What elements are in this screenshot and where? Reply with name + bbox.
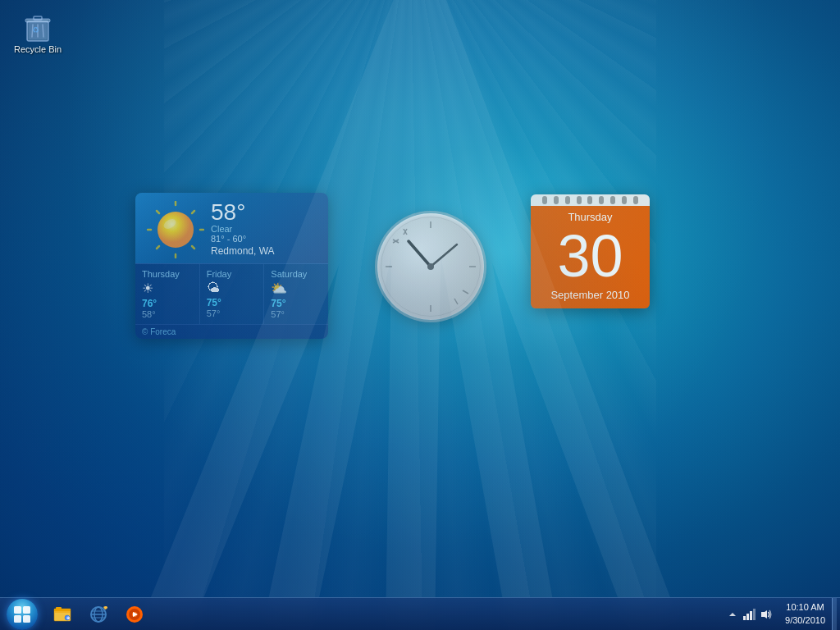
sun-icon: [147, 201, 204, 258]
weather-temperature: 58°: [211, 201, 317, 224]
calendar-date: 30: [531, 226, 650, 285]
windows-explorer-icon: ⊕: [52, 605, 72, 624]
forecast-thursday: Thursday ☀ 76° 58°: [135, 264, 200, 324]
svg-rect-60: [750, 611, 752, 620]
svg-line-35: [409, 241, 431, 267]
svg-point-37: [427, 263, 434, 270]
svg-line-30: [454, 299, 458, 304]
weather-range: 81° - 60°: [211, 234, 317, 244]
svg-rect-45: [56, 607, 62, 609]
weather-info: 58° Clear 81° - 60° Redmond, WA: [204, 201, 317, 257]
spiral-hole-7: [610, 196, 615, 204]
svg-line-5: [420, 0, 656, 630]
chevron-up-icon: [728, 610, 737, 619]
recycle-bin-icon[interactable]: ♻ Recycle Bin: [7, 7, 69, 58]
svg-line-29: [404, 229, 407, 235]
spiral-hole-4: [577, 196, 582, 204]
svg-line-34: [393, 240, 399, 243]
svg-line-4: [420, 0, 533, 630]
svg-line-36: [431, 244, 457, 267]
forecast-day-0: Thursday: [142, 269, 193, 279]
system-clock[interactable]: 10:10 AM 9/30/2010: [778, 598, 832, 631]
weather-location: Redmond, WA: [211, 245, 317, 257]
internet-explorer-icon: [89, 605, 108, 624]
svg-point-22: [158, 212, 194, 248]
svg-line-33: [404, 229, 407, 235]
svg-line-21: [157, 211, 159, 213]
svg-rect-59: [746, 614, 749, 620]
spiral-hole-3: [565, 196, 570, 204]
svg-rect-0: [0, 0, 840, 630]
clock-date: 9/30/2010: [785, 614, 825, 627]
weather-condition: Clear: [211, 224, 317, 234]
svg-rect-58: [743, 616, 746, 620]
svg-line-15: [192, 211, 194, 213]
svg-point-24: [162, 217, 178, 231]
svg-line-19: [157, 246, 159, 249]
taskbar-item-media[interactable]: [118, 600, 151, 629]
weather-forecast: Thursday ☀ 76° 58° Friday 🌤 75° 57° Satu…: [135, 263, 328, 324]
calendar-month-year: September 2010: [531, 285, 650, 308]
calendar-widget[interactable]: Thursday 30 September 2010: [531, 194, 650, 308]
forecast-day-1: Friday: [207, 269, 258, 279]
volume-status-icon: [759, 608, 772, 621]
svg-rect-6: [27, 21, 48, 41]
forecast-friday: Friday 🌤 75° 57°: [200, 264, 265, 324]
svg-rect-38: [14, 606, 21, 614]
calendar-date-area: 30: [531, 226, 650, 285]
spiral-hole-1: [542, 196, 547, 204]
svg-rect-9: [34, 16, 42, 20]
svg-rect-41: [23, 615, 30, 623]
spiral-hole-6: [599, 196, 604, 204]
system-tray: 10:10 AM 9/30/2010: [719, 598, 840, 631]
calendar-header: Thursday: [531, 206, 650, 226]
svg-line-12: [43, 25, 43, 37]
svg-line-17: [192, 246, 194, 249]
forecast-high-1: 75°: [207, 297, 258, 308]
spiral-hole-9: [633, 196, 638, 204]
svg-rect-39: [23, 606, 30, 614]
start-button[interactable]: [0, 598, 44, 631]
svg-rect-7: [29, 23, 47, 39]
svg-marker-62: [761, 610, 767, 619]
clock-face: [377, 213, 484, 320]
network-status-icon: [742, 608, 756, 621]
forecast-saturday: Saturday ⛅ 75° 57°: [264, 264, 328, 324]
svg-text:♻: ♻: [32, 25, 39, 34]
svg-text:⊕: ⊕: [66, 614, 70, 619]
svg-point-23: [158, 212, 194, 248]
recycle-bin-image: ♻: [21, 10, 54, 43]
weather-footer: © Foreca: [135, 324, 328, 339]
clock-widget[interactable]: [377, 213, 484, 320]
taskbar-item-explorer[interactable]: ⊕: [46, 600, 79, 629]
network-icon[interactable]: [742, 608, 756, 621]
svg-line-2: [287, 0, 420, 630]
svg-line-10: [32, 25, 33, 37]
forecast-high-0: 76°: [142, 298, 193, 309]
svg-line-31: [393, 240, 399, 243]
svg-line-1: [164, 0, 420, 630]
weather-widget[interactable]: 58° Clear 81° - 60° Redmond, WA Thursday…: [135, 193, 328, 339]
windows-logo-icon: [13, 605, 31, 623]
svg-marker-57: [729, 613, 736, 616]
spiral-hole-8: [622, 196, 627, 204]
show-desktop-button[interactable]: [832, 598, 837, 631]
svg-rect-8: [25, 19, 50, 22]
calendar-spiral: [531, 194, 650, 206]
media-player-icon: [125, 605, 144, 624]
svg-rect-40: [14, 615, 21, 623]
svg-line-32: [463, 290, 468, 294]
tray-icons: [719, 608, 778, 621]
taskbar-item-ie[interactable]: [82, 600, 115, 629]
forecast-low-0: 58°: [142, 309, 193, 319]
forecast-low-2: 57°: [271, 309, 322, 319]
spiral-hole-2: [554, 196, 559, 204]
tray-expand-icon[interactable]: [726, 608, 739, 621]
svg-rect-61: [753, 609, 756, 620]
start-orb: [7, 599, 38, 630]
weather-provider: © Foreca: [142, 327, 176, 336]
calendar-month-year-text: September 2010: [550, 289, 629, 301]
spiral-hole-5: [587, 196, 592, 204]
volume-icon[interactable]: [759, 608, 772, 621]
recycle-bin-label: Recycle Bin: [14, 44, 62, 55]
